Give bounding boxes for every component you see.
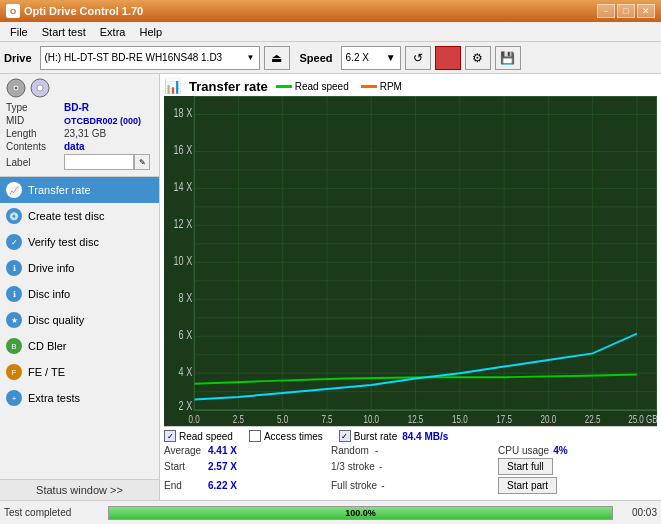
start-part-button[interactable]: Start part xyxy=(498,477,557,494)
disc-contents-value: data xyxy=(64,141,85,152)
menu-extra[interactable]: Extra xyxy=(94,24,132,40)
svg-text:6 X: 6 X xyxy=(179,328,193,341)
refresh-button[interactable]: ↺ xyxy=(405,46,431,70)
stat-average: Average 4.41 X xyxy=(164,445,323,456)
stat-end-value: 6.22 X xyxy=(208,480,237,491)
drive-label: Drive xyxy=(4,52,32,64)
stat-random-label: Random xyxy=(331,445,371,456)
color-button[interactable] xyxy=(435,46,461,70)
svg-text:15.0: 15.0 xyxy=(452,414,468,425)
save-button[interactable]: 💾 xyxy=(495,46,521,70)
maximize-button[interactable]: □ xyxy=(617,4,635,18)
access-times-checkbox[interactable] xyxy=(249,430,261,442)
disc-type-label: Type xyxy=(6,102,64,113)
speed-select[interactable]: 6.2 X ▼ xyxy=(341,46,401,70)
disc-mid-value: OTCBDR002 (000) xyxy=(64,116,141,126)
minimize-button[interactable]: − xyxy=(597,4,615,18)
disc-label-edit-button[interactable]: ✎ xyxy=(134,154,150,170)
nav-create-test-disc-label: Create test disc xyxy=(28,210,104,222)
nav-drive-info[interactable]: ℹ Drive info xyxy=(0,255,159,281)
title-bar-left: O Opti Drive Control 1.70 xyxy=(6,4,143,18)
disc-mid-row: MID OTCBDR002 (000) xyxy=(6,115,153,126)
svg-text:18 X: 18 X xyxy=(174,106,193,119)
stat-end: End 6.22 X xyxy=(164,477,323,494)
speed-value: 6.2 X xyxy=(346,52,369,63)
disc-contents-row: Contents data xyxy=(6,141,153,152)
disc-label-row: Label ✎ xyxy=(6,154,153,170)
svg-text:2.5: 2.5 xyxy=(233,414,244,425)
svg-text:12.5: 12.5 xyxy=(408,414,424,425)
stat-start: Start 2.57 X xyxy=(164,458,323,475)
menu-start-test[interactable]: Start test xyxy=(36,24,92,40)
menu-help[interactable]: Help xyxy=(133,24,168,40)
nav-transfer-rate[interactable]: 📈 Transfer rate xyxy=(0,177,159,203)
fe-te-icon: F xyxy=(6,364,22,380)
drive-info-icon: ℹ xyxy=(6,260,22,276)
settings-button[interactable]: ⚙ xyxy=(465,46,491,70)
status-bar: Test completed 100.0% 00:03 xyxy=(0,500,661,524)
extra-tests-icon: + xyxy=(6,390,22,406)
nav-disc-info-label: Disc info xyxy=(28,288,70,300)
access-times-checkbox-label: Access times xyxy=(264,431,323,442)
burst-rate-checkbox[interactable]: ✓ xyxy=(339,430,351,442)
title-bar: O Opti Drive Control 1.70 − □ ✕ xyxy=(0,0,661,22)
nav-transfer-rate-label: Transfer rate xyxy=(28,184,91,196)
status-window-button[interactable]: Status window >> xyxy=(0,479,159,500)
stat-full-stroke-value: - xyxy=(381,480,384,491)
nav-fe-te[interactable]: F FE / TE xyxy=(0,359,159,385)
stat-start-value: 2.57 X xyxy=(208,461,237,472)
menu-file[interactable]: File xyxy=(4,24,34,40)
stat-average-label: Average xyxy=(164,445,204,456)
nav-extra-tests[interactable]: + Extra tests xyxy=(0,385,159,411)
svg-point-4 xyxy=(37,85,43,91)
disc-length-row: Length 23,31 GB xyxy=(6,128,153,139)
stat-random: Random - xyxy=(331,445,490,456)
chart-title: Transfer rate xyxy=(189,79,268,94)
nav-cd-bler[interactable]: B CD Bler xyxy=(0,333,159,359)
nav-drive-info-label: Drive info xyxy=(28,262,74,274)
nav-verify-test-disc[interactable]: ✓ Verify test disc xyxy=(0,229,159,255)
burst-rate-checkbox-label: Burst rate xyxy=(354,431,397,442)
start-full-button[interactable]: Start full xyxy=(498,458,553,475)
stat-start-part-row: Start part xyxy=(498,477,657,494)
legend-rpm-color xyxy=(361,85,377,88)
stat-1-3-stroke-label: 1/3 stroke xyxy=(331,461,375,472)
svg-text:4 X: 4 X xyxy=(179,365,193,378)
close-button[interactable]: ✕ xyxy=(637,4,655,18)
legend-read-speed: Read speed xyxy=(276,81,349,92)
stat-random-value: - xyxy=(375,445,378,456)
nav-fe-te-label: FE / TE xyxy=(28,366,65,378)
chart-container: 18 X 16 X 14 X 12 X 10 X 8 X 6 X 4 X 2 X… xyxy=(164,96,657,426)
progress-bar-container: 100.0% xyxy=(108,506,613,520)
legend-read-color xyxy=(276,85,292,88)
stat-cpu-usage: CPU usage 4% xyxy=(498,445,657,456)
chart-legend: Read speed RPM xyxy=(276,81,402,92)
svg-text:2 X: 2 X xyxy=(179,399,193,412)
stat-start-full-row: Start full xyxy=(498,458,657,475)
checkbox-burst-rate[interactable]: ✓ Burst rate 84.4 MB/s xyxy=(339,430,449,442)
drive-select[interactable]: (H:) HL-DT-ST BD-RE WH16NS48 1.D3 ▼ xyxy=(40,46,260,70)
sidebar: Type BD-R MID OTCBDR002 (000) Length 23,… xyxy=(0,74,160,500)
nav-disc-info[interactable]: ℹ Disc info xyxy=(0,281,159,307)
app-icon: O xyxy=(6,4,20,18)
checkbox-access-times[interactable]: Access times xyxy=(249,430,323,442)
legend-read-label: Read speed xyxy=(295,81,349,92)
nav-create-test-disc[interactable]: 💿 Create test disc xyxy=(0,203,159,229)
nav-disc-quality[interactable]: ★ Disc quality xyxy=(0,307,159,333)
create-test-disc-icon: 💿 xyxy=(6,208,22,224)
disc-type-row: Type BD-R xyxy=(6,102,153,113)
window-controls[interactable]: − □ ✕ xyxy=(597,4,655,18)
disc-header xyxy=(6,78,153,98)
eject-button[interactable]: ⏏ xyxy=(264,46,290,70)
stat-cpu-value: 4% xyxy=(553,445,567,456)
app-title: Opti Drive Control 1.70 xyxy=(24,5,143,17)
legend-rpm-label: RPM xyxy=(380,81,402,92)
verify-test-disc-icon: ✓ xyxy=(6,234,22,250)
disc-label-input[interactable] xyxy=(64,154,134,170)
read-speed-checkbox[interactable]: ✓ xyxy=(164,430,176,442)
checkbox-read-speed[interactable]: ✓ Read speed xyxy=(164,430,233,442)
svg-text:8 X: 8 X xyxy=(179,291,193,304)
stat-end-label: End xyxy=(164,480,204,491)
chart-icon: 📊 xyxy=(164,78,181,94)
svg-text:16 X: 16 X xyxy=(174,143,193,156)
